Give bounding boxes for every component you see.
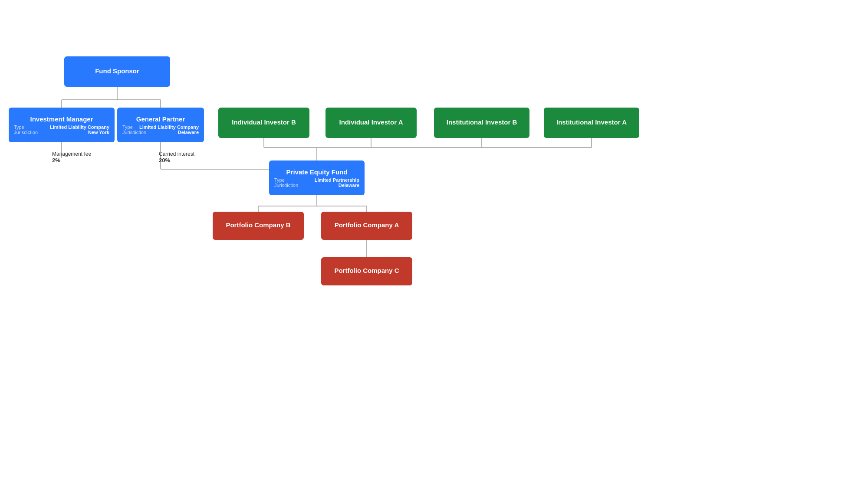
carried-interest-label: Carried interest	[159, 151, 194, 157]
general-partner-title: General Partner	[136, 115, 185, 123]
portfolio-company-a-label: Portfolio Company A	[335, 221, 399, 229]
fund-sponsor-label: Fund Sponsor	[95, 67, 139, 75]
investment-manager-jurisdiction: Jurisdiction New York	[14, 130, 109, 135]
portfolio-company-c-label: Portfolio Company C	[334, 267, 399, 274]
investment-manager-title: Investment Manager	[30, 115, 93, 123]
carried-interest-annotation: Carried interest 20%	[159, 151, 194, 164]
diagram: Fund Sponsor Investment Manager Type Lim…	[0, 0, 868, 488]
portfolio-company-a-node[interactable]: Portfolio Company A	[321, 212, 412, 240]
institutional-investor-b-label: Institutional Investor B	[447, 118, 517, 126]
individual-investor-a-label: Individual Investor A	[339, 118, 403, 126]
management-fee-annotation: Management fee 2%	[52, 151, 91, 164]
individual-investor-b-node[interactable]: Individual Investor B	[218, 108, 309, 138]
management-fee-value: 2%	[52, 157, 91, 164]
investment-manager-node[interactable]: Investment Manager Type Limited Liabilit…	[9, 108, 115, 142]
private-equity-fund-jurisdiction: Jurisdiction Delaware	[274, 183, 359, 188]
carried-interest-value: 20%	[159, 157, 194, 164]
private-equity-fund-title: Private Equity Fund	[286, 168, 348, 176]
institutional-investor-a-label: Institutional Investor A	[556, 118, 627, 126]
individual-investor-a-node[interactable]: Individual Investor A	[326, 108, 417, 138]
institutional-investor-a-node[interactable]: Institutional Investor A	[544, 108, 639, 138]
portfolio-company-b-label: Portfolio Company B	[226, 221, 290, 229]
investment-manager-meta: Type Limited Liability Company	[14, 124, 109, 130]
portfolio-company-b-node[interactable]: Portfolio Company B	[213, 212, 304, 240]
private-equity-fund-meta: Type Limited Partnership	[274, 177, 359, 183]
general-partner-meta: Type Limited Liability Company	[122, 124, 199, 130]
private-equity-fund-node[interactable]: Private Equity Fund Type Limited Partner…	[269, 160, 365, 195]
general-partner-jurisdiction: Jurisdiction Delaware	[122, 130, 199, 135]
fund-sponsor-node[interactable]: Fund Sponsor	[64, 56, 170, 87]
portfolio-company-c-node[interactable]: Portfolio Company C	[321, 257, 412, 285]
individual-investor-b-label: Individual Investor B	[232, 118, 296, 126]
management-fee-label: Management fee	[52, 151, 91, 157]
general-partner-node[interactable]: General Partner Type Limited Liability C…	[117, 108, 204, 142]
institutional-investor-b-node[interactable]: Institutional Investor B	[434, 108, 529, 138]
